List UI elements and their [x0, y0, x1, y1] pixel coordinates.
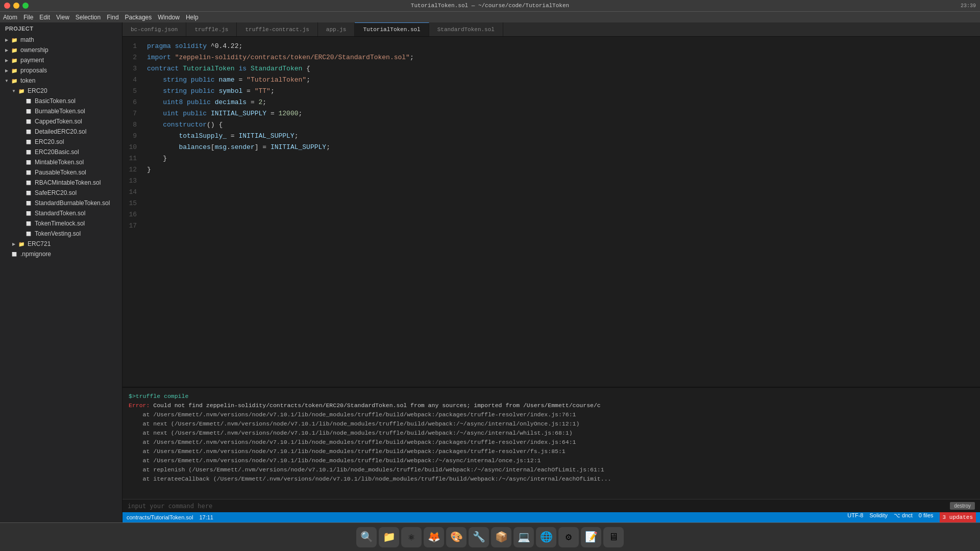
dock-item-9[interactable]: ⚙: [558, 527, 579, 547]
dock-item-6[interactable]: 📦: [491, 527, 511, 547]
tree-item-StandardBurnableToken-sol[interactable]: ⬜StandardBurnableToken.sol: [0, 198, 122, 208]
folder-arrow-icon: ▼: [10, 87, 17, 94]
folder-icon: 📁: [10, 36, 18, 44]
line-number: 2: [122, 52, 137, 63]
file-icon: ⬜: [24, 230, 33, 238]
tab-app-js[interactable]: app.js: [318, 22, 355, 36]
tree-item-label: SafeERC20.sol: [35, 189, 77, 196]
menu-item-packages[interactable]: Packages: [125, 14, 152, 21]
menu-item-file[interactable]: File: [23, 14, 33, 21]
tree-item-label: PausableToken.sol: [35, 169, 86, 176]
tree-item-proposals[interactable]: ▶📁proposals: [0, 65, 122, 76]
code-content: 1234567891011121314151617 pragma solidit…: [122, 37, 980, 387]
terminal-content: $>truffle compileError: Could not find z…: [122, 388, 980, 488]
menu-item-atom[interactable]: Atom: [3, 14, 17, 21]
line-number: 9: [122, 131, 137, 142]
terminal-input[interactable]: [128, 503, 950, 510]
tree-item-label: ERC20Basic.sol: [35, 148, 79, 156]
tree-item-TokenVesting-sol[interactable]: ⬜TokenVesting.sol: [0, 229, 122, 239]
tab-standard-token-sol[interactable]: StandardToken.sol: [429, 22, 503, 36]
tree-item-StandardToken-sol[interactable]: ⬜StandardToken.sol: [0, 208, 122, 218]
status-grammar: Solidity: [870, 512, 888, 522]
status-indent: ⌥ dnct: [894, 512, 913, 522]
dock-item-10[interactable]: 📝: [581, 527, 601, 547]
tree-item-PausableToken-sol[interactable]: ⬜PausableToken.sol: [0, 167, 122, 178]
main-layout: Project ▶📁math▶📁ownership▶📁payment▶📁prop…: [0, 22, 980, 522]
dock-item-1[interactable]: 📁: [379, 527, 399, 547]
dock-item-3[interactable]: 🦊: [424, 527, 444, 547]
file-icon: ⬜: [24, 97, 33, 105]
menubar: AtomFileEditViewSelectionFindPackagesWin…: [0, 11, 980, 22]
code-line: import "zeppelin-solidity/contracts/toke…: [147, 52, 980, 63]
maximize-button[interactable]: [22, 3, 29, 9]
tab-truffle-contract-js[interactable]: truffle-contract.js: [237, 22, 317, 36]
line-number: 1: [122, 41, 137, 52]
tree-item--npmignore[interactable]: ⬜.npmignore: [0, 249, 122, 259]
tree-item-label: StandardToken.sol: [35, 210, 85, 217]
terminal-input-bar[interactable]: destroy: [122, 499, 980, 512]
file-tree: ▶📁math▶📁ownership▶📁payment▶📁proposals▼📁t…: [0, 35, 122, 259]
status-updates[interactable]: 3 updates: [940, 512, 976, 522]
menu-item-view[interactable]: View: [56, 14, 69, 21]
close-button[interactable]: [4, 3, 10, 9]
dock-item-7[interactable]: 💻: [513, 527, 534, 547]
destroy-button[interactable]: destroy: [950, 502, 975, 510]
tree-item-CappedToken-sol[interactable]: ⬜CappedToken.sol: [0, 116, 122, 127]
dock-item-4[interactable]: 🎨: [446, 527, 467, 547]
code-editor[interactable]: 1234567891011121314151617 pragma solidit…: [122, 37, 980, 387]
menu-item-edit[interactable]: Edit: [39, 14, 50, 21]
dock-item-2[interactable]: ⚛: [401, 527, 422, 547]
tree-item-label: RBACMintableToken.sol: [35, 179, 101, 186]
terminal-trace-line: at /Users/Emmett/.nvm/versions/node/v7.1…: [129, 447, 974, 456]
menu-item-window[interactable]: Window: [158, 14, 180, 21]
line-numbers: 1234567891011121314151617: [122, 37, 143, 387]
tree-item-TokenTimelock-sol[interactable]: ⬜TokenTimelock.sol: [0, 218, 122, 229]
tree-item-ERC20Basic-sol[interactable]: ⬜ERC20Basic.sol: [0, 147, 122, 157]
tree-item-BasicToken-sol[interactable]: ⬜BasicToken.sol: [0, 96, 122, 106]
tree-item-payment[interactable]: ▶📁payment: [0, 55, 122, 65]
tree-item-ERC20[interactable]: ▼📁ERC20: [0, 86, 122, 96]
tab-bc-config[interactable]: bc-config.json: [122, 22, 186, 36]
code-line: string public symbol = "TT";: [147, 86, 980, 97]
tree-item-ERC20-sol[interactable]: ⬜ERC20.sol: [0, 137, 122, 147]
menu-item-help[interactable]: Help: [186, 14, 199, 21]
tree-item-label: StandardBurnableToken.sol: [35, 199, 110, 207]
code-line: }: [147, 164, 980, 176]
sidebar-header: Project: [0, 22, 122, 35]
folder-arrow-icon: ▶: [3, 36, 10, 43]
line-number: 14: [122, 187, 137, 198]
tree-item-math[interactable]: ▶📁math: [0, 35, 122, 45]
folder-icon: 📁: [17, 87, 26, 95]
status-cursor: 17:11: [199, 514, 213, 520]
file-icon: ⬜: [10, 250, 18, 258]
tree-item-token[interactable]: ▼📁token: [0, 76, 122, 86]
tree-item-MintableToken-sol[interactable]: ⬜MintableToken.sol: [0, 157, 122, 167]
line-number: 17: [122, 220, 137, 232]
tree-item-DetailedERC20-sol[interactable]: ⬜DetailedERC20.sol: [0, 127, 122, 137]
status-encoding: UTF-8: [847, 512, 863, 522]
dock-item-11[interactable]: 🖥: [603, 527, 624, 547]
tree-item-SafeERC20-sol[interactable]: ⬜SafeERC20.sol: [0, 188, 122, 198]
tree-item-RBACMintableToken-sol[interactable]: ⬜RBACMintableToken.sol: [0, 178, 122, 188]
terminal-trace-line: at iterateeCallback (/Users/Emmett/.nvm/…: [129, 474, 974, 484]
line-number: 13: [122, 176, 137, 187]
dock-item-0[interactable]: 🔍: [356, 527, 377, 547]
tree-item-label: ERC20.sol: [35, 138, 64, 145]
tree-item-label: payment: [20, 57, 44, 64]
dock-item-8[interactable]: 🌐: [536, 527, 556, 547]
code-line: string public name = "TutorialToken";: [147, 74, 980, 86]
file-icon: ⬜: [24, 199, 33, 207]
tree-item-BurnableToken-sol[interactable]: ⬜BurnableToken.sol: [0, 106, 122, 116]
tree-item-ERC721[interactable]: ▶📁ERC721: [0, 239, 122, 249]
tree-item-label: MintableToken.sol: [35, 159, 84, 166]
tree-item-ownership[interactable]: ▶📁ownership: [0, 45, 122, 55]
terminal-panel: $>truffle compileError: Could not find z…: [122, 387, 980, 499]
dock-item-5[interactable]: 🔧: [469, 527, 489, 547]
tab-truffle-js[interactable]: truffle.js: [186, 22, 237, 36]
menu-item-find[interactable]: Find: [107, 14, 118, 21]
terminal-trace-line: at next (/Users/Emmett/.nvm/versions/nod…: [129, 419, 974, 429]
minimize-button[interactable]: [13, 3, 19, 9]
tab-tutorial-token-sol[interactable]: TutorialToken.sol: [355, 22, 429, 36]
terminal-trace-line: at /Users/Emmett/.nvm/versions/node/v7.1…: [129, 456, 974, 465]
menu-item-selection[interactable]: Selection: [76, 14, 101, 21]
